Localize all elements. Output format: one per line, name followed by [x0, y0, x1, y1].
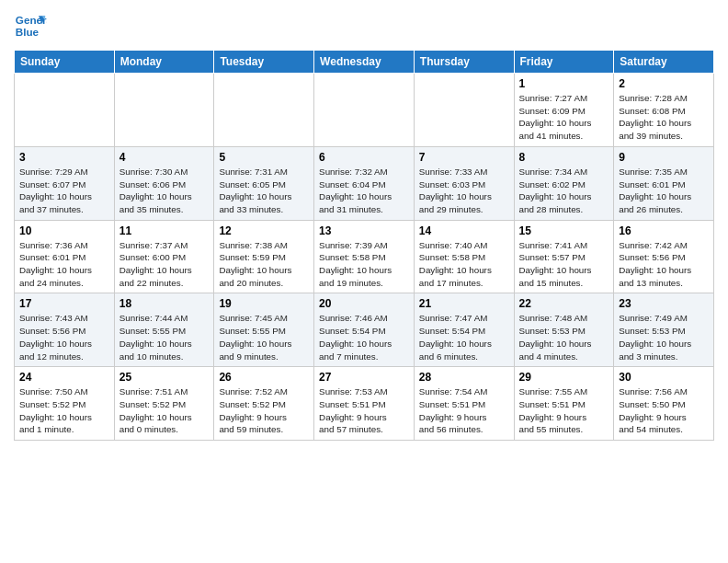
day-info: Sunrise: 7:46 AM Sunset: 5:54 PM Dayligh…: [319, 312, 409, 362]
calendar-cell: 7Sunrise: 7:33 AM Sunset: 6:03 PM Daylig…: [414, 146, 514, 220]
day-info: Sunrise: 7:34 AM Sunset: 6:02 PM Dayligh…: [519, 166, 609, 216]
calendar-table: SundayMondayTuesdayWednesdayThursdayFrid…: [14, 50, 714, 441]
day-info: Sunrise: 7:43 AM Sunset: 5:56 PM Dayligh…: [19, 312, 109, 362]
day-info: Sunrise: 7:45 AM Sunset: 5:55 PM Dayligh…: [219, 312, 309, 362]
day-info: Sunrise: 7:54 AM Sunset: 5:51 PM Dayligh…: [419, 385, 509, 436]
logo-icon: General Blue: [14, 9, 47, 42]
calendar-week-row: 24Sunrise: 7:50 AM Sunset: 5:52 PM Dayli…: [15, 367, 714, 441]
day-number: 8: [519, 151, 609, 164]
day-number: 12: [219, 224, 309, 237]
logo: General Blue: [14, 9, 47, 42]
day-number: 7: [419, 151, 509, 164]
calendar-cell: 4Sunrise: 7:30 AM Sunset: 6:06 PM Daylig…: [114, 146, 214, 220]
day-info: Sunrise: 7:30 AM Sunset: 6:06 PM Dayligh…: [119, 166, 210, 216]
day-number: 29: [519, 371, 609, 384]
calendar-cell: 3Sunrise: 7:29 AM Sunset: 6:07 PM Daylig…: [15, 146, 115, 220]
calendar-cell: [114, 74, 214, 147]
calendar-cell: 6Sunrise: 7:32 AM Sunset: 6:04 PM Daylig…: [314, 146, 415, 220]
day-info: Sunrise: 7:51 AM Sunset: 5:52 PM Dayligh…: [119, 385, 210, 436]
calendar-cell: 30Sunrise: 7:56 AM Sunset: 5:50 PM Dayli…: [614, 367, 714, 441]
day-number: 23: [619, 297, 709, 310]
weekday-header-thursday: Thursday: [414, 51, 514, 74]
calendar-cell: 18Sunrise: 7:44 AM Sunset: 5:55 PM Dayli…: [114, 293, 214, 367]
day-info: Sunrise: 7:53 AM Sunset: 5:51 PM Dayligh…: [319, 385, 409, 436]
day-info: Sunrise: 7:55 AM Sunset: 5:51 PM Dayligh…: [519, 385, 609, 436]
day-number: 1: [519, 77, 609, 90]
calendar-cell: [15, 74, 115, 147]
day-info: Sunrise: 7:52 AM Sunset: 5:52 PM Dayligh…: [219, 385, 309, 436]
calendar-cell: 24Sunrise: 7:50 AM Sunset: 5:52 PM Dayli…: [15, 367, 115, 441]
weekday-header-sunday: Sunday: [15, 51, 115, 74]
day-info: Sunrise: 7:41 AM Sunset: 5:57 PM Dayligh…: [519, 239, 609, 290]
day-number: 17: [19, 297, 109, 310]
day-number: 14: [419, 224, 509, 237]
day-number: 22: [519, 297, 609, 310]
calendar-cell: 2Sunrise: 7:28 AM Sunset: 6:08 PM Daylig…: [614, 74, 714, 147]
day-info: Sunrise: 7:27 AM Sunset: 6:09 PM Dayligh…: [519, 92, 609, 143]
day-info: Sunrise: 7:44 AM Sunset: 5:55 PM Dayligh…: [119, 312, 210, 362]
day-info: Sunrise: 7:31 AM Sunset: 6:05 PM Dayligh…: [219, 166, 309, 216]
day-number: 9: [619, 151, 709, 164]
weekday-header-wednesday: Wednesday: [314, 51, 415, 74]
day-info: Sunrise: 7:49 AM Sunset: 5:53 PM Dayligh…: [619, 312, 709, 362]
day-number: 16: [619, 224, 709, 237]
day-info: Sunrise: 7:37 AM Sunset: 6:00 PM Dayligh…: [119, 239, 210, 290]
page: General Blue SundayMondayTuesdayWednesda…: [0, 0, 728, 450]
day-info: Sunrise: 7:38 AM Sunset: 5:59 PM Dayligh…: [219, 239, 309, 290]
calendar-cell: 16Sunrise: 7:42 AM Sunset: 5:56 PM Dayli…: [614, 220, 714, 293]
calendar-cell: 10Sunrise: 7:36 AM Sunset: 6:01 PM Dayli…: [15, 220, 115, 293]
day-number: 11: [119, 224, 210, 237]
day-number: 18: [119, 297, 210, 310]
day-info: Sunrise: 7:33 AM Sunset: 6:03 PM Dayligh…: [419, 166, 509, 216]
day-number: 24: [19, 371, 109, 384]
calendar-cell: 9Sunrise: 7:35 AM Sunset: 6:01 PM Daylig…: [614, 146, 714, 220]
weekday-header-tuesday: Tuesday: [214, 51, 314, 74]
weekday-header-monday: Monday: [114, 51, 214, 74]
day-info: Sunrise: 7:36 AM Sunset: 6:01 PM Dayligh…: [19, 239, 109, 290]
day-number: 15: [519, 224, 609, 237]
svg-text:Blue: Blue: [16, 26, 40, 38]
calendar-cell: 22Sunrise: 7:48 AM Sunset: 5:53 PM Dayli…: [514, 293, 614, 367]
calendar-cell: 5Sunrise: 7:31 AM Sunset: 6:05 PM Daylig…: [214, 146, 314, 220]
day-number: 4: [119, 151, 210, 164]
day-number: 20: [319, 297, 409, 310]
calendar-cell: [314, 74, 415, 147]
calendar-cell: 13Sunrise: 7:39 AM Sunset: 5:58 PM Dayli…: [314, 220, 415, 293]
calendar-cell: 29Sunrise: 7:55 AM Sunset: 5:51 PM Dayli…: [514, 367, 614, 441]
day-number: 10: [19, 224, 109, 237]
day-number: 25: [119, 371, 210, 384]
day-number: 3: [19, 151, 109, 164]
day-info: Sunrise: 7:28 AM Sunset: 6:08 PM Dayligh…: [619, 92, 709, 143]
calendar-cell: [214, 74, 314, 147]
weekday-header-saturday: Saturday: [614, 51, 714, 74]
day-info: Sunrise: 7:50 AM Sunset: 5:52 PM Dayligh…: [19, 385, 109, 436]
weekday-header-friday: Friday: [514, 51, 614, 74]
calendar-cell: 17Sunrise: 7:43 AM Sunset: 5:56 PM Dayli…: [15, 293, 115, 367]
day-info: Sunrise: 7:29 AM Sunset: 6:07 PM Dayligh…: [19, 166, 109, 216]
day-info: Sunrise: 7:39 AM Sunset: 5:58 PM Dayligh…: [319, 239, 409, 290]
calendar-week-row: 17Sunrise: 7:43 AM Sunset: 5:56 PM Dayli…: [15, 293, 714, 367]
day-info: Sunrise: 7:48 AM Sunset: 5:53 PM Dayligh…: [519, 312, 609, 362]
day-number: 2: [619, 77, 709, 90]
day-number: 5: [219, 151, 309, 164]
calendar-cell: 28Sunrise: 7:54 AM Sunset: 5:51 PM Dayli…: [414, 367, 514, 441]
calendar-week-row: 3Sunrise: 7:29 AM Sunset: 6:07 PM Daylig…: [15, 146, 714, 220]
day-number: 19: [219, 297, 309, 310]
calendar-week-row: 10Sunrise: 7:36 AM Sunset: 6:01 PM Dayli…: [15, 220, 714, 293]
header: General Blue: [14, 9, 714, 42]
calendar-cell: 1Sunrise: 7:27 AM Sunset: 6:09 PM Daylig…: [514, 74, 614, 147]
calendar-cell: 20Sunrise: 7:46 AM Sunset: 5:54 PM Dayli…: [314, 293, 415, 367]
day-number: 28: [419, 371, 509, 384]
calendar-cell: 19Sunrise: 7:45 AM Sunset: 5:55 PM Dayli…: [214, 293, 314, 367]
day-info: Sunrise: 7:40 AM Sunset: 5:58 PM Dayligh…: [419, 239, 509, 290]
day-number: 26: [219, 371, 309, 384]
calendar-cell: 11Sunrise: 7:37 AM Sunset: 6:00 PM Dayli…: [114, 220, 214, 293]
calendar-cell: 25Sunrise: 7:51 AM Sunset: 5:52 PM Dayli…: [114, 367, 214, 441]
day-number: 27: [319, 371, 409, 384]
calendar-cell: 15Sunrise: 7:41 AM Sunset: 5:57 PM Dayli…: [514, 220, 614, 293]
day-number: 6: [319, 151, 409, 164]
day-info: Sunrise: 7:35 AM Sunset: 6:01 PM Dayligh…: [619, 166, 709, 216]
calendar-cell: 21Sunrise: 7:47 AM Sunset: 5:54 PM Dayli…: [414, 293, 514, 367]
calendar-cell: 12Sunrise: 7:38 AM Sunset: 5:59 PM Dayli…: [214, 220, 314, 293]
day-info: Sunrise: 7:56 AM Sunset: 5:50 PM Dayligh…: [619, 385, 709, 436]
